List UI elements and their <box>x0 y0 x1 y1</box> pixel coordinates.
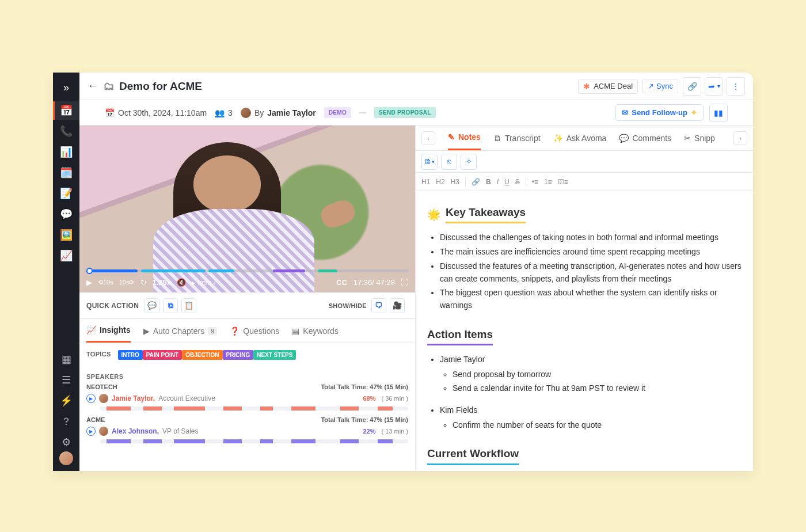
fmt-link[interactable]: 🔗 <box>472 178 480 186</box>
topic-next-steps[interactable]: NEXT STEPS <box>253 350 296 360</box>
nav-apps[interactable]: ▦ <box>53 350 79 368</box>
nav-help[interactable]: ？ <box>53 412 79 431</box>
action-items-list: Jamie TaylorSend proposal by tomorrowSen… <box>427 354 742 431</box>
tab-notes[interactable]: ✎Notes <box>448 126 481 150</box>
speaker-org: ACME <box>86 416 105 423</box>
rewind-10-button[interactable]: ⟲10s <box>98 279 113 286</box>
host-name: Jamie Taylor <box>267 108 316 117</box>
layout-toggle-button[interactable]: ▮▮ <box>709 104 728 122</box>
topic-intro[interactable]: INTRO <box>118 350 143 360</box>
speaker-timeline[interactable] <box>100 406 408 411</box>
tab-insights[interactable]: 📈Insights <box>86 319 131 343</box>
fmt-number-list[interactable]: 1≡ <box>544 178 552 186</box>
loop-button[interactable]: ↻ <box>140 278 147 287</box>
nav-calls[interactable]: 📞 <box>53 122 79 140</box>
tab-snipp[interactable]: ✂Snipp <box>684 126 715 150</box>
tab-questions[interactable]: ❓Questions <box>230 319 279 343</box>
fmt-italic[interactable]: I <box>497 178 499 186</box>
nav-notes[interactable]: 📝 <box>53 184 79 203</box>
more-menu-button[interactable]: ⋮ <box>727 77 745 96</box>
cc-toggle[interactable]: CC <box>336 279 347 287</box>
playhead[interactable] <box>86 268 93 274</box>
fmt-underline[interactable]: U <box>504 178 510 186</box>
list-item: Discussed the challenges of taking notes… <box>440 231 742 244</box>
tag-send-proposal[interactable]: SEND PROPOSAL <box>374 107 436 118</box>
quick-action-bar: QUICK ACTION 💬 ⧉ 📋 SHOW/HIDE 🗨 🎥 <box>79 292 415 319</box>
speaker-timeline[interactable] <box>100 439 408 443</box>
video-player[interactable]: ▶ ⟲10s 10s⟳ ↻ 1.25x 🔇 ▸Intro› CC 17:36/ … <box>79 126 415 292</box>
share-button[interactable]: ➦▾ <box>705 77 723 96</box>
progress-bar[interactable] <box>86 269 408 272</box>
nav-schedule[interactable]: 🗓️ <box>53 164 79 182</box>
tabs-prev[interactable]: ‹ <box>421 131 435 145</box>
tabs-next[interactable]: › <box>733 131 747 145</box>
format-toolbar: H1 H2 H3 🔗 B I U S •≡ 1≡ ☑≡ <box>416 173 753 191</box>
expand-sidebar-button[interactable]: » <box>53 76 79 99</box>
share-icon: ➦ <box>708 82 715 91</box>
topic-objection[interactable]: OBJECTION <box>182 350 222 360</box>
fmt-bold[interactable]: B <box>486 178 491 186</box>
nav-calendar[interactable]: 📅 <box>53 101 79 120</box>
notes-editor[interactable]: 🌟 Key Takeaways Discussed the challenges… <box>416 191 753 471</box>
sync-button[interactable]: ↗ Sync <box>642 79 678 93</box>
tab-comments[interactable]: 💬Comments <box>619 126 671 150</box>
tab-transcript[interactable]: 🗎Transcript <box>493 126 541 150</box>
play-button[interactable]: ▶ <box>86 278 92 287</box>
tab-keywords[interactable]: ▤Keywords <box>292 319 338 343</box>
fmt-h3[interactable]: H3 <box>451 178 459 186</box>
note-template-button[interactable]: 🗎▾ <box>421 154 438 170</box>
grid-icon: ▦ <box>62 353 71 366</box>
speaker-duration: ( 36 min ) <box>382 395 408 402</box>
note-ai-button[interactable]: ⎋ <box>441 154 457 170</box>
forward-10-button[interactable]: 10s⟳ <box>119 279 135 286</box>
fmt-bullet-list[interactable]: •≡ <box>532 178 538 186</box>
send-followup-button[interactable]: ✉ Send Follow-up ✦ <box>615 104 704 121</box>
tab-ask-avoma[interactable]: ✨Ask Avoma <box>553 126 607 150</box>
back-button[interactable]: ← <box>88 80 98 92</box>
qa-comment-button[interactable]: 💬 <box>145 298 159 313</box>
speaker-total: Total Talk Time: 47% (15 Min) <box>321 383 408 390</box>
speaker-play-button[interactable]: ▶ <box>86 394 96 403</box>
nav-chat[interactable]: 💬 <box>53 205 79 223</box>
playback-speed[interactable]: 1.25x <box>153 278 172 287</box>
nav-activity[interactable]: 📊 <box>53 143 79 161</box>
speaker-play-button[interactable]: ▶ <box>86 427 96 436</box>
speaker-duration: ( 13 min ) <box>382 428 408 435</box>
meta-bar: 📅Oct 30th, 2024, 11:10am 👥3 By Jamie Tay… <box>79 100 753 126</box>
nav-analytics[interactable]: 📈 <box>53 246 79 265</box>
nav-images[interactable]: 🖼️ <box>53 226 79 244</box>
speaker-name: Alex Johnson, <box>112 427 159 435</box>
qa-video-toggle[interactable]: 🎥 <box>390 298 405 313</box>
qa-clipboard-button[interactable]: 📋 <box>181 298 196 313</box>
user-avatar[interactable] <box>59 451 73 465</box>
heading-action-items: Action Items <box>427 326 493 345</box>
fullscreen-button[interactable]: ⛶ <box>401 278 408 287</box>
chapter-selector[interactable]: ▸Intro› <box>192 279 216 287</box>
speaker-row: ▶Jamie Taylor, Account Executive68%( 36 … <box>86 394 408 403</box>
tag-connector <box>359 112 366 113</box>
tag-demo[interactable]: DEMO <box>324 107 351 118</box>
action-owner: Jamie TaylorSend proposal by tomorrowSen… <box>440 354 742 395</box>
speaker-avatar <box>99 394 108 403</box>
deal-link[interactable]: ✱ ACME Deal <box>578 79 638 94</box>
topic-pricing[interactable]: PRICING <box>223 350 254 360</box>
tab-auto-chapters[interactable]: ▶Auto Chapters9 <box>143 319 218 343</box>
note-magic-button[interactable]: ✧ <box>461 154 477 170</box>
fmt-h2[interactable]: H2 <box>436 178 444 186</box>
right-panel-tabs: ‹ ✎Notes 🗎Transcript ✨Ask Avoma 💬Comment… <box>416 126 753 151</box>
fmt-h1[interactable]: H1 <box>421 178 430 186</box>
topic-pain-point[interactable]: PAIN POINT <box>143 350 182 360</box>
nav-list[interactable]: ☰ <box>53 371 79 389</box>
nav-settings[interactable]: ⚙ <box>53 433 79 451</box>
quick-action-label: QUICK ACTION <box>86 302 139 310</box>
fmt-checklist[interactable]: ☑≡ <box>558 178 568 186</box>
phone-icon: 📞 <box>60 125 73 138</box>
speaker-role: VP of Sales <box>162 427 198 435</box>
nav-bolt[interactable]: ⚡ <box>53 392 79 410</box>
copy-link-button[interactable]: 🔗 <box>683 77 701 96</box>
qa-crop-button[interactable]: ⧉ <box>163 298 178 313</box>
chat-icon: 💬 <box>60 208 73 221</box>
mute-button[interactable]: 🔇 <box>177 278 186 287</box>
qa-transcript-toggle[interactable]: 🗨 <box>371 298 386 313</box>
fmt-strike[interactable]: S <box>515 178 520 186</box>
